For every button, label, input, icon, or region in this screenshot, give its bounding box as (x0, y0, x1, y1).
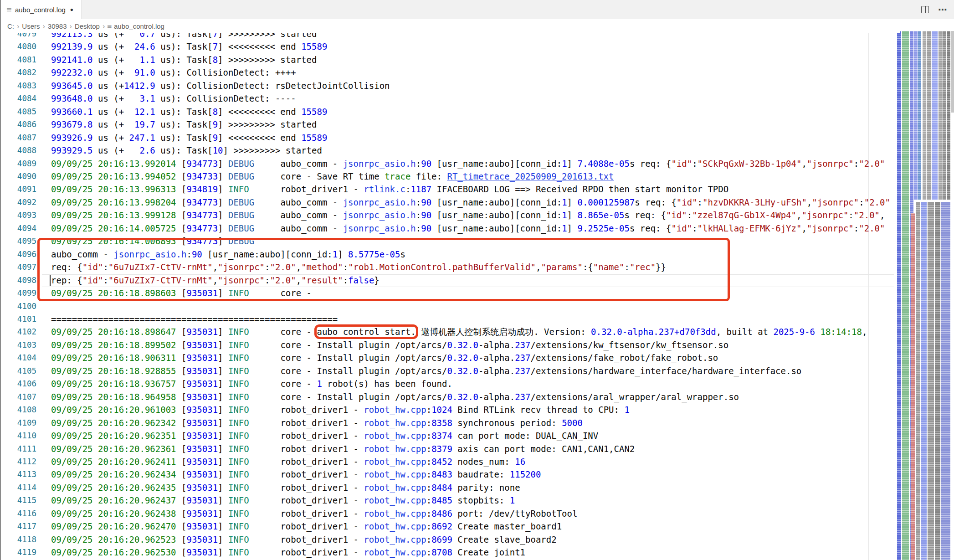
log-text-segment: [usr_name:aubo][conn_id: (431, 223, 562, 233)
log-text-segment: 993926.9 (51, 133, 93, 143)
log-text-segment: : (416, 159, 421, 169)
tab-bar: ≡ aubo_control.log ● ⋯ (1, 0, 954, 19)
log-line-text[interactable]: 09/09/25 20:16:13.996313 [934819] INFO r… (51, 183, 728, 195)
log-line-text[interactable]: 09/09/25 20:16:20.962437 [935031] INFO r… (51, 494, 515, 507)
log-text-segment: core - Install plugin /opt/arcs/ (280, 366, 447, 376)
log-line-text[interactable]: 09/09/25 20:16:18.906311 [935031] INFO c… (51, 351, 718, 364)
log-text-segment: "hzvDKKRA-3LHy-uFSh" (703, 197, 807, 207)
log-text-segment: [ (176, 353, 187, 363)
breadcrumb-item[interactable]: 30983 (48, 22, 67, 30)
log-line-text[interactable]: 993679.8 us (+ 19.7 us): Task[9] >>>>>>>… (51, 118, 317, 131)
log-line-text[interactable]: 09/09/25 20:16:20.961003 [935031] INFO r… (51, 403, 630, 416)
log-line-text[interactable]: 09/09/25 20:16:20.962434 [935031] INFO r… (51, 468, 541, 481)
log-text-segment: 8358 (431, 418, 452, 428)
breadcrumb[interactable]: C:›Users›30983›Desktop›≡aubo_control.log (1, 19, 900, 33)
minimap-stripe (939, 31, 943, 200)
log-line-text[interactable]: 993645.0 us (+1412.9 us): CollisionDetec… (51, 79, 390, 92)
log-text-segment: 237 (515, 366, 530, 376)
log-line-text[interactable]: 09/09/25 20:16:20.962438 [935031] INFO r… (51, 507, 577, 520)
log-text-segment: 09/09/25 20:16:18.906311 (51, 353, 176, 363)
log-text-segment (254, 171, 280, 181)
log-line-text[interactable]: 09/09/25 20:16:20.962351 [935031] INFO r… (51, 429, 598, 442)
log-text-segment (815, 327, 820, 337)
log-line-text[interactable]: 992141.0 us (+ 1.1 us): Task[8] >>>>>>>>… (51, 53, 317, 66)
log-line-text[interactable]: 09/09/25 20:16:18.936757 [935031] INFO c… (51, 377, 452, 390)
log-line-text[interactable]: 993660.1 us (+ 12.1 us): Task[8] <<<<<<<… (51, 105, 327, 118)
more-actions-icon[interactable]: ⋯ (938, 5, 948, 14)
log-text-segment: DEBUG (228, 223, 254, 233)
log-line-text[interactable]: 992232.0 us (+ 91.0 us): CollisionDetect… (51, 66, 296, 79)
breadcrumb-file[interactable]: aubo_control.log (114, 22, 164, 30)
log-line-text[interactable]: 09/09/25 20:16:18.899502 [935031] INFO c… (51, 339, 728, 351)
log-line-text[interactable]: 09/09/25 20:16:20.962411 [935031] INFO r… (51, 455, 525, 468)
log-line-text[interactable]: 09/09/25 20:16:20.962470 [935031] INFO r… (51, 520, 562, 533)
log-text-segment: ] (218, 444, 228, 454)
log-text-segment: DEBUG (228, 197, 254, 207)
log-line-text[interactable]: ========================================… (51, 313, 338, 325)
log-text-segment: ] (218, 197, 228, 207)
log-line-text[interactable]: 09/09/25 20:16:18.898647 [935031] INFO c… (51, 325, 872, 338)
log-line-text[interactable]: 09/09/25 20:16:20.962530 [935031] INFO r… (51, 546, 525, 559)
minimap[interactable] (897, 31, 954, 560)
log-line-text[interactable]: 09/09/25 20:16:20.962523 [935031] INFO r… (51, 533, 557, 546)
log-line-text[interactable]: 09/09/25 20:16:20.962342 [935031] INFO r… (51, 416, 583, 429)
log-text-segment: [ (176, 469, 187, 479)
log-line-text[interactable]: 993926.9 us (+ 247.1 us): Task[9] <<<<<<… (51, 131, 327, 144)
log-line-text[interactable]: 09/09/25 20:16:14.005725 [934773] DEBUG … (51, 222, 885, 235)
breadcrumb-item[interactable]: Desktop (75, 22, 100, 30)
log-text-segment: "lkHALlag-EFMK-6jYz" (698, 223, 802, 233)
log-text-segment: 1 (510, 495, 515, 505)
minimap-stripe (923, 31, 926, 200)
log-text-segment: "id" (671, 223, 692, 233)
log-text-segment: [ (176, 379, 187, 389)
log-line-text[interactable]: 09/09/25 20:16:13.999128 [934773] DEBUG … (51, 209, 885, 221)
log-text-segment: ] (218, 521, 228, 531)
minimap-stripe (914, 31, 918, 200)
line-number: 4099 (1, 287, 36, 299)
log-text-segment: s req: { (630, 159, 672, 169)
log-text-segment: 09/09/25 20:16:20.961003 (51, 405, 176, 415)
log-line-text[interactable]: 993929.5 us (+ 2.6 us): Task[10] >>>>>>>… (51, 144, 322, 157)
log-line-text[interactable]: 09/09/25 20:16:20.962435 [935031] INFO r… (51, 481, 520, 494)
log-text-segment: 12.1 (134, 107, 155, 117)
log-text-segment: 09/09/25 20:16:20.962438 (51, 509, 176, 519)
log-line-text[interactable]: 09/09/25 20:16:13.998204 [934773] DEBUG … (51, 196, 890, 209)
log-line-text[interactable]: 09/09/25 20:16:18.964958 [935031] INFO c… (51, 390, 739, 403)
log-text-segment: ] >>>>>>>>> started (218, 55, 317, 65)
log-line-text[interactable]: 993648.0 us (+ 3.1 us): CollisionDetect:… (51, 92, 296, 105)
log-line-text[interactable]: 09/09/25 20:16:13.994052 [934733] DEBUG … (51, 170, 614, 183)
scrollbar-thumb[interactable] (951, 31, 954, 113)
log-text-segment: : (416, 210, 421, 220)
log-line-text[interactable]: 09/09/25 20:16:18.928855 [935031] INFO c… (51, 365, 801, 377)
line-number: 4112 (1, 455, 36, 468)
split-editor-icon[interactable] (921, 6, 929, 13)
log-text-segment: /extensions/kw_ftsensor/kw_ftsensor.so (530, 340, 728, 350)
log-text-segment: INFO (228, 405, 249, 415)
log-text-segment: "id" (671, 159, 692, 169)
minimap-stripe (947, 31, 950, 200)
tab-aubo-control-log[interactable]: ≡ aubo_control.log ● (1, 0, 82, 19)
log-text-segment: 09/09/25 20:16:20.962351 (51, 431, 176, 441)
log-text-segment: [ (176, 223, 187, 233)
log-line-text[interactable]: 09/09/25 20:16:13.992014 [934773] DEBUG … (51, 157, 885, 170)
log-line: 409209/09/25 20:16:13.998204 [934773] DE… (1, 196, 890, 209)
log-text-segment: 935031 (186, 547, 218, 557)
log-text-segment: ] <<<<<<<<< end (218, 107, 301, 117)
breadcrumb-item[interactable]: Users (22, 22, 40, 30)
log-text-segment (249, 418, 281, 428)
log-text-segment: INFO (228, 379, 249, 389)
log-text-segment: 10 (213, 145, 223, 155)
log-line-text[interactable]: 992139.9 us (+ 24.6 us): Task[7] <<<<<<<… (51, 40, 327, 53)
log-text-segment: 934819 (186, 184, 218, 194)
log-text-segment: us (+ (93, 93, 140, 103)
log-text-segment: 2025-9-6 (773, 327, 815, 337)
log-line-text[interactable]: 09/09/25 20:16:20.962361 [935031] INFO r… (51, 442, 635, 455)
log-text-segment: us): CollisionDetect: ---- (155, 93, 296, 103)
log-text-segment: us (+ (93, 55, 140, 65)
log-text-segment: 09/09/25 20:16:18.928855 (51, 366, 176, 376)
log-text-segment (249, 327, 281, 337)
log-text-segment: 935031 (186, 392, 218, 402)
chevron-right-icon: › (42, 22, 46, 31)
log-file-icon: ≡ (6, 6, 11, 14)
breadcrumb-item[interactable]: C: (7, 22, 14, 30)
